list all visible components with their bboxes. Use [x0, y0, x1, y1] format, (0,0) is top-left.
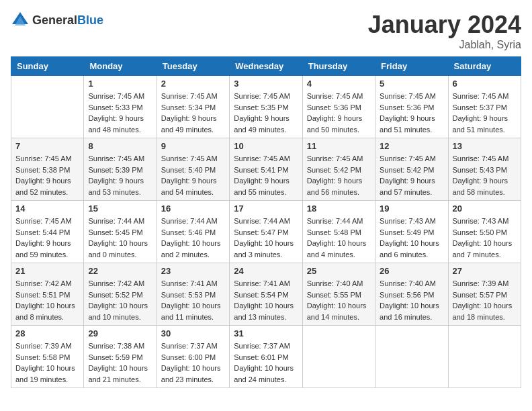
- calendar-cell: 12Sunrise: 7:45 AMSunset: 5:42 PMDayligh…: [375, 138, 448, 201]
- cell-info: Sunrise: 7:45 AMSunset: 5:35 PMDaylight:…: [234, 91, 298, 135]
- calendar-cell: 20Sunrise: 7:43 AMSunset: 5:50 PMDayligh…: [448, 201, 521, 263]
- day-number: 20: [453, 203, 517, 214]
- day-number: 9: [161, 141, 225, 151]
- day-number: 15: [88, 203, 152, 214]
- day-number: 12: [380, 141, 443, 151]
- day-number: 31: [234, 328, 298, 338]
- header-day-thursday: Thursday: [302, 57, 375, 76]
- cell-info: Sunrise: 7:40 AMSunset: 5:56 PMDaylight:…: [380, 278, 443, 322]
- calendar-cell: 2Sunrise: 7:45 AMSunset: 5:34 PMDaylight…: [157, 76, 229, 138]
- week-row-4: 21Sunrise: 7:42 AMSunset: 5:51 PMDayligh…: [11, 263, 521, 326]
- calendar-cell: 27Sunrise: 7:39 AMSunset: 5:57 PMDayligh…: [448, 263, 521, 326]
- calendar-cell: 10Sunrise: 7:45 AMSunset: 5:41 PMDayligh…: [230, 138, 302, 201]
- cell-info: Sunrise: 7:45 AMSunset: 5:37 PMDaylight:…: [453, 91, 517, 135]
- calendar-cell: 11Sunrise: 7:45 AMSunset: 5:42 PMDayligh…: [302, 138, 375, 201]
- day-number: 27: [453, 266, 517, 276]
- day-number: 23: [161, 266, 225, 276]
- cell-info: Sunrise: 7:41 AMSunset: 5:53 PMDaylight:…: [161, 278, 225, 322]
- day-number: 4: [307, 79, 371, 89]
- calendar-cell: 31Sunrise: 7:37 AMSunset: 6:01 PMDayligh…: [230, 326, 302, 388]
- cell-info: Sunrise: 7:45 AMSunset: 5:34 PMDaylight:…: [161, 91, 225, 135]
- header-row: SundayMondayTuesdayWednesdayThursdayFrid…: [11, 57, 521, 76]
- cell-info: Sunrise: 7:45 AMSunset: 5:38 PMDaylight:…: [15, 153, 79, 197]
- cell-info: Sunrise: 7:45 AMSunset: 5:42 PMDaylight:…: [380, 153, 443, 197]
- day-number: 17: [234, 203, 298, 214]
- calendar-cell: 6Sunrise: 7:45 AMSunset: 5:37 PMDaylight…: [448, 76, 521, 138]
- calendar-cell: [375, 326, 448, 388]
- day-number: 26: [380, 266, 443, 276]
- day-number: 11: [307, 141, 371, 151]
- day-number: 22: [88, 266, 152, 276]
- day-number: 7: [15, 141, 79, 151]
- day-number: 16: [161, 203, 225, 214]
- week-row-5: 28Sunrise: 7:39 AMSunset: 5:58 PMDayligh…: [11, 326, 521, 388]
- day-number: 18: [307, 203, 371, 214]
- logo-blue: Blue: [77, 13, 103, 27]
- logo: GeneralBlue: [11, 11, 103, 30]
- cell-info: Sunrise: 7:45 AMSunset: 5:36 PMDaylight:…: [307, 91, 371, 135]
- calendar-cell: [448, 326, 521, 388]
- header-day-saturday: Saturday: [448, 57, 521, 76]
- calendar-cell: 5Sunrise: 7:45 AMSunset: 5:36 PMDaylight…: [375, 76, 448, 138]
- cell-info: Sunrise: 7:45 AMSunset: 5:33 PMDaylight:…: [88, 91, 152, 135]
- calendar-cell: 7Sunrise: 7:45 AMSunset: 5:38 PMDaylight…: [11, 138, 84, 201]
- header-day-monday: Monday: [84, 57, 157, 76]
- cell-info: Sunrise: 7:45 AMSunset: 5:44 PMDaylight:…: [15, 216, 79, 260]
- calendar-cell: [11, 76, 84, 138]
- month-title: January 2024: [368, 11, 521, 39]
- cell-info: Sunrise: 7:45 AMSunset: 5:39 PMDaylight:…: [88, 153, 152, 197]
- cell-info: Sunrise: 7:37 AMSunset: 6:01 PMDaylight:…: [234, 340, 298, 385]
- page-header: GeneralBlue January 2024 Jablah, Syria: [11, 11, 521, 51]
- week-row-3: 14Sunrise: 7:45 AMSunset: 5:44 PMDayligh…: [11, 201, 521, 263]
- cell-info: Sunrise: 7:43 AMSunset: 5:50 PMDaylight:…: [453, 216, 517, 260]
- cell-info: Sunrise: 7:45 AMSunset: 5:43 PMDaylight:…: [453, 153, 517, 197]
- day-number: 3: [234, 79, 298, 89]
- logo-icon: [11, 11, 30, 30]
- cell-info: Sunrise: 7:45 AMSunset: 5:36 PMDaylight:…: [380, 91, 443, 135]
- day-number: 24: [234, 266, 298, 276]
- cell-info: Sunrise: 7:37 AMSunset: 6:00 PMDaylight:…: [161, 340, 225, 385]
- day-number: 28: [15, 328, 79, 338]
- calendar-cell: 3Sunrise: 7:45 AMSunset: 5:35 PMDaylight…: [230, 76, 302, 138]
- day-number: 14: [15, 203, 79, 214]
- logo-general: General: [32, 13, 77, 27]
- calendar-cell: 8Sunrise: 7:45 AMSunset: 5:39 PMDaylight…: [84, 138, 157, 201]
- day-number: 19: [380, 203, 443, 214]
- calendar-cell: 21Sunrise: 7:42 AMSunset: 5:51 PMDayligh…: [11, 263, 84, 326]
- day-number: 5: [380, 79, 443, 89]
- calendar-cell: [302, 326, 375, 388]
- cell-info: Sunrise: 7:44 AMSunset: 5:47 PMDaylight:…: [234, 216, 298, 260]
- day-number: 25: [307, 266, 371, 276]
- calendar-cell: 14Sunrise: 7:45 AMSunset: 5:44 PMDayligh…: [11, 201, 84, 263]
- day-number: 21: [15, 266, 79, 276]
- week-row-1: 1Sunrise: 7:45 AMSunset: 5:33 PMDaylight…: [11, 76, 521, 138]
- day-number: 30: [161, 328, 225, 338]
- cell-info: Sunrise: 7:45 AMSunset: 5:42 PMDaylight:…: [307, 153, 371, 197]
- logo-text: GeneralBlue: [32, 13, 103, 28]
- header-day-friday: Friday: [375, 57, 448, 76]
- calendar-cell: 15Sunrise: 7:44 AMSunset: 5:45 PMDayligh…: [84, 201, 157, 263]
- calendar-cell: 19Sunrise: 7:43 AMSunset: 5:49 PMDayligh…: [375, 201, 448, 263]
- calendar-cell: 30Sunrise: 7:37 AMSunset: 6:00 PMDayligh…: [157, 326, 229, 388]
- day-number: 1: [88, 79, 152, 89]
- cell-info: Sunrise: 7:42 AMSunset: 5:52 PMDaylight:…: [88, 278, 152, 322]
- calendar-cell: 25Sunrise: 7:40 AMSunset: 5:55 PMDayligh…: [302, 263, 375, 326]
- calendar-cell: 17Sunrise: 7:44 AMSunset: 5:47 PMDayligh…: [230, 201, 302, 263]
- calendar-cell: 13Sunrise: 7:45 AMSunset: 5:43 PMDayligh…: [448, 138, 521, 201]
- calendar-table: SundayMondayTuesdayWednesdayThursdayFrid…: [11, 56, 521, 388]
- cell-info: Sunrise: 7:43 AMSunset: 5:49 PMDaylight:…: [380, 216, 443, 260]
- cell-info: Sunrise: 7:40 AMSunset: 5:55 PMDaylight:…: [307, 278, 371, 322]
- calendar-cell: 22Sunrise: 7:42 AMSunset: 5:52 PMDayligh…: [84, 263, 157, 326]
- day-number: 8: [88, 141, 152, 151]
- cell-info: Sunrise: 7:44 AMSunset: 5:48 PMDaylight:…: [307, 216, 371, 260]
- cell-info: Sunrise: 7:45 AMSunset: 5:41 PMDaylight:…: [234, 153, 298, 197]
- title-block: January 2024 Jablah, Syria: [368, 11, 521, 51]
- calendar-cell: 28Sunrise: 7:39 AMSunset: 5:58 PMDayligh…: [11, 326, 84, 388]
- location-title: Jablah, Syria: [368, 39, 521, 51]
- day-number: 6: [453, 79, 517, 89]
- calendar-cell: 4Sunrise: 7:45 AMSunset: 5:36 PMDaylight…: [302, 76, 375, 138]
- calendar-cell: 29Sunrise: 7:38 AMSunset: 5:59 PMDayligh…: [84, 326, 157, 388]
- cell-info: Sunrise: 7:39 AMSunset: 5:57 PMDaylight:…: [453, 278, 517, 322]
- day-number: 29: [88, 328, 152, 338]
- calendar-cell: 18Sunrise: 7:44 AMSunset: 5:48 PMDayligh…: [302, 201, 375, 263]
